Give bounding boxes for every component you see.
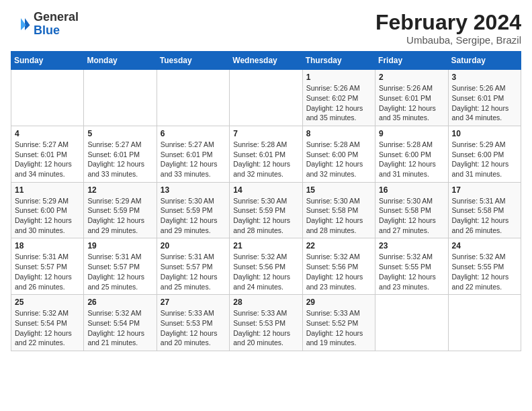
day-number: 23 [379, 241, 444, 250]
logo-icon [11, 14, 31, 34]
calendar-header-cell: Tuesday [157, 52, 229, 70]
calendar-day-cell: 26Sunrise: 5:32 AM Sunset: 5:54 PM Dayli… [84, 295, 157, 351]
day-info: Sunrise: 5:31 AM Sunset: 5:57 PM Dayligh… [161, 252, 226, 291]
calendar-header-cell: Friday [375, 52, 448, 70]
day-info: Sunrise: 5:32 AM Sunset: 5:54 PM Dayligh… [87, 308, 152, 348]
day-info: Sunrise: 5:27 AM Sunset: 6:01 PM Dayligh… [15, 140, 80, 179]
calendar-day-cell: 22Sunrise: 5:32 AM Sunset: 5:56 PM Dayli… [302, 238, 375, 295]
calendar-day-cell: 12Sunrise: 5:29 AM Sunset: 5:59 PM Dayli… [84, 182, 157, 238]
calendar-day-cell: 24Sunrise: 5:32 AM Sunset: 5:55 PM Dayli… [448, 238, 521, 295]
calendar-day-cell: 4Sunrise: 5:27 AM Sunset: 6:01 PM Daylig… [11, 126, 84, 182]
day-info: Sunrise: 5:32 AM Sunset: 5:54 PM Dayligh… [15, 308, 80, 348]
calendar-day-cell: 3Sunrise: 5:26 AM Sunset: 6:01 PM Daylig… [448, 70, 521, 126]
day-info: Sunrise: 5:32 AM Sunset: 5:56 PM Dayligh… [306, 252, 371, 291]
calendar-day-cell: 5Sunrise: 5:27 AM Sunset: 6:01 PM Daylig… [84, 126, 157, 182]
calendar-day-cell: 29Sunrise: 5:33 AM Sunset: 5:52 PM Dayli… [302, 295, 375, 351]
calendar-day-cell: 23Sunrise: 5:32 AM Sunset: 5:55 PM Dayli… [375, 238, 448, 295]
day-info: Sunrise: 5:32 AM Sunset: 5:55 PM Dayligh… [452, 252, 517, 291]
calendar-header-cell: Saturday [448, 52, 521, 70]
calendar-day-cell: 16Sunrise: 5:30 AM Sunset: 5:58 PM Dayli… [375, 182, 448, 238]
calendar-day-cell: 19Sunrise: 5:31 AM Sunset: 5:57 PM Dayli… [84, 238, 157, 295]
calendar-day-cell: 27Sunrise: 5:33 AM Sunset: 5:53 PM Dayli… [157, 295, 229, 351]
day-info: Sunrise: 5:26 AM Sunset: 6:01 PM Dayligh… [452, 83, 517, 123]
day-info: Sunrise: 5:31 AM Sunset: 5:57 PM Dayligh… [15, 252, 80, 291]
calendar-day-cell [84, 70, 157, 126]
day-number: 25 [15, 298, 80, 307]
day-number: 19 [87, 241, 152, 250]
day-info: Sunrise: 5:27 AM Sunset: 6:01 PM Dayligh… [87, 140, 152, 179]
calendar-day-cell: 18Sunrise: 5:31 AM Sunset: 5:57 PM Dayli… [11, 238, 84, 295]
calendar-day-cell: 17Sunrise: 5:31 AM Sunset: 5:58 PM Dayli… [448, 182, 521, 238]
calendar-header-cell: Monday [84, 52, 157, 70]
day-info: Sunrise: 5:29 AM Sunset: 6:00 PM Dayligh… [15, 196, 80, 236]
day-number: 6 [161, 129, 226, 138]
day-number: 16 [379, 185, 444, 195]
day-info: Sunrise: 5:30 AM Sunset: 5:59 PM Dayligh… [233, 196, 298, 236]
day-number: 5 [87, 129, 152, 138]
calendar-day-cell: 10Sunrise: 5:29 AM Sunset: 6:00 PM Dayli… [448, 126, 521, 182]
calendar-day-cell [375, 295, 448, 351]
day-number: 22 [306, 241, 371, 250]
calendar-header-row: SundayMondayTuesdayWednesdayThursdayFrid… [11, 52, 521, 70]
calendar-day-cell: 14Sunrise: 5:30 AM Sunset: 5:59 PM Dayli… [230, 182, 302, 238]
day-info: Sunrise: 5:31 AM Sunset: 5:57 PM Dayligh… [87, 252, 152, 291]
calendar-week-row: 18Sunrise: 5:31 AM Sunset: 5:57 PM Dayli… [11, 238, 521, 295]
day-number: 3 [452, 73, 517, 82]
day-info: Sunrise: 5:26 AM Sunset: 6:01 PM Dayligh… [379, 83, 444, 123]
day-info: Sunrise: 5:33 AM Sunset: 5:52 PM Dayligh… [306, 308, 371, 348]
svg-marker-0 [25, 18, 30, 30]
logo-blue-text: Blue [34, 24, 79, 38]
day-number: 4 [15, 129, 80, 138]
day-info: Sunrise: 5:32 AM Sunset: 5:56 PM Dayligh… [233, 252, 298, 291]
day-info: Sunrise: 5:32 AM Sunset: 5:55 PM Dayligh… [379, 252, 444, 291]
day-info: Sunrise: 5:30 AM Sunset: 5:58 PM Dayligh… [379, 196, 444, 236]
day-number: 17 [452, 185, 517, 195]
calendar-day-cell: 25Sunrise: 5:32 AM Sunset: 5:54 PM Dayli… [11, 295, 84, 351]
day-info: Sunrise: 5:33 AM Sunset: 5:53 PM Dayligh… [161, 308, 226, 348]
calendar-day-cell [11, 70, 84, 126]
day-number: 18 [15, 241, 80, 250]
calendar-day-cell: 7Sunrise: 5:28 AM Sunset: 6:01 PM Daylig… [230, 126, 302, 182]
sub-title: Umbauba, Sergipe, Brazil [375, 34, 521, 46]
day-info: Sunrise: 5:27 AM Sunset: 6:01 PM Dayligh… [161, 140, 226, 179]
day-info: Sunrise: 5:29 AM Sunset: 6:00 PM Dayligh… [452, 140, 517, 179]
day-number: 28 [233, 298, 298, 307]
day-number: 11 [15, 185, 80, 195]
calendar-day-cell: 9Sunrise: 5:28 AM Sunset: 6:00 PM Daylig… [375, 126, 448, 182]
day-info: Sunrise: 5:28 AM Sunset: 6:00 PM Dayligh… [306, 140, 371, 179]
day-number: 15 [306, 185, 371, 195]
day-info: Sunrise: 5:29 AM Sunset: 5:59 PM Dayligh… [87, 196, 152, 236]
calendar-week-row: 11Sunrise: 5:29 AM Sunset: 6:00 PM Dayli… [11, 182, 521, 238]
day-number: 13 [161, 185, 226, 195]
calendar-day-cell: 21Sunrise: 5:32 AM Sunset: 5:56 PM Dayli… [230, 238, 302, 295]
day-number: 1 [306, 73, 371, 82]
day-info: Sunrise: 5:28 AM Sunset: 6:00 PM Dayligh… [379, 140, 444, 179]
calendar-week-row: 4Sunrise: 5:27 AM Sunset: 6:01 PM Daylig… [11, 126, 521, 182]
calendar-header-cell: Sunday [11, 52, 84, 70]
calendar-day-cell: 6Sunrise: 5:27 AM Sunset: 6:01 PM Daylig… [157, 126, 229, 182]
calendar-day-cell [230, 70, 302, 126]
day-info: Sunrise: 5:33 AM Sunset: 5:53 PM Dayligh… [233, 308, 298, 348]
header: General Blue February 2024 Umbauba, Serg… [11, 11, 521, 46]
day-number: 26 [87, 298, 152, 307]
title-area: February 2024 Umbauba, Sergipe, Brazil [375, 11, 521, 46]
calendar-day-cell: 11Sunrise: 5:29 AM Sunset: 6:00 PM Dayli… [11, 182, 84, 238]
calendar-day-cell: 28Sunrise: 5:33 AM Sunset: 5:53 PM Dayli… [230, 295, 302, 351]
day-number: 9 [379, 129, 444, 138]
calendar-day-cell: 8Sunrise: 5:28 AM Sunset: 6:00 PM Daylig… [302, 126, 375, 182]
day-number: 10 [452, 129, 517, 138]
day-number: 20 [161, 241, 226, 250]
day-number: 24 [452, 241, 517, 250]
calendar-day-cell: 15Sunrise: 5:30 AM Sunset: 5:58 PM Dayli… [302, 182, 375, 238]
calendar-header-cell: Wednesday [230, 52, 302, 70]
calendar-day-cell [157, 70, 229, 126]
day-number: 21 [233, 241, 298, 250]
calendar-table: SundayMondayTuesdayWednesdayThursdayFrid… [11, 51, 521, 351]
day-number: 12 [87, 185, 152, 195]
main-title: February 2024 [375, 11, 521, 34]
day-number: 14 [233, 185, 298, 195]
calendar-week-row: 25Sunrise: 5:32 AM Sunset: 5:54 PM Dayli… [11, 295, 521, 351]
day-info: Sunrise: 5:30 AM Sunset: 5:59 PM Dayligh… [161, 196, 226, 236]
calendar-day-cell: 1Sunrise: 5:26 AM Sunset: 6:02 PM Daylig… [302, 70, 375, 126]
logo: General Blue [11, 11, 79, 38]
